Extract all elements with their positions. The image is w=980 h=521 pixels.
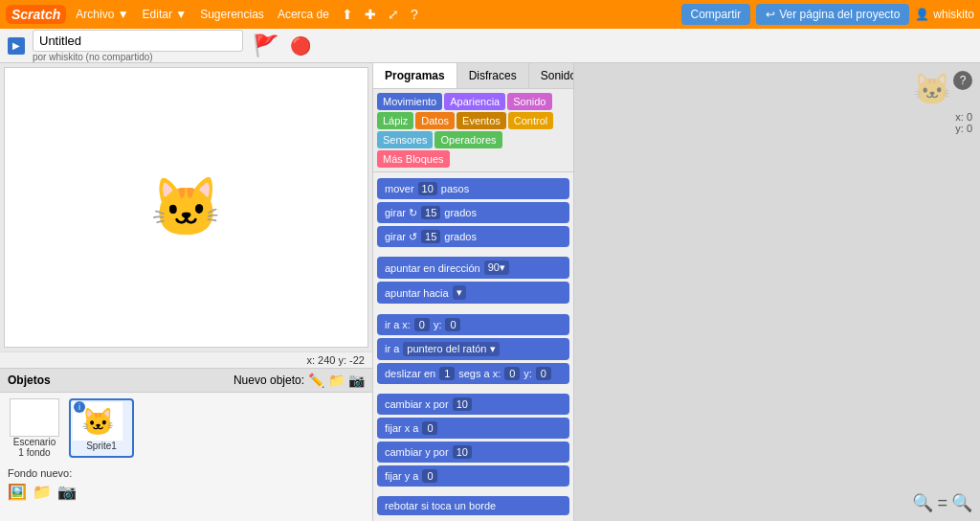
sprite1-thumbnail[interactable]: i 🐱 Sprite1	[69, 398, 134, 458]
fondo-folder-icon[interactable]: 📁	[33, 483, 52, 501]
green-flag-button[interactable]: 🚩	[251, 32, 280, 60]
secondbar: ▶ por whiskito (no compartido) 🚩 🔴	[0, 29, 980, 63]
block-ir-puntero[interactable]: ir a puntero del ratón ▾	[377, 338, 569, 360]
sprite-panel: Objetos Nuevo objeto: ✏️ 📁 📷 Escenario 1…	[0, 368, 372, 521]
cat-sprite: 🐱	[150, 173, 222, 241]
block-cambiar-y[interactable]: cambiar y por 10	[377, 442, 569, 463]
block-fijar-x[interactable]: fijar x a 0	[377, 418, 569, 439]
stage-thumb-img	[10, 398, 59, 437]
zoom-controls: 🔍 = 🔍	[912, 492, 972, 513]
sprite-panel-header: Objetos Nuevo objeto: ✏️ 📁 📷	[0, 369, 372, 393]
stop-button[interactable]: 🔴	[288, 34, 313, 58]
scratch-logo[interactable]: Scratch	[6, 5, 66, 24]
cat-apariencia[interactable]: Apariencia	[444, 93, 505, 110]
stage-canvas: 🐱	[4, 67, 368, 348]
sprite1-label: Sprite1	[73, 441, 130, 451]
sep1	[377, 250, 569, 254]
fondo-icons: 🖼️ 📁 📷	[0, 483, 372, 501]
topbar: Scratch Archivo ▼ Editar ▼ Sugerencias A…	[0, 0, 980, 29]
sep3	[377, 387, 569, 391]
cat-watermark: 🐱	[913, 71, 951, 107]
sprite-info-icon[interactable]: i	[74, 401, 85, 413]
project-title-input[interactable]	[33, 30, 243, 52]
menu-sugerencias[interactable]: Sugerencias	[196, 8, 268, 21]
tab-disfraces[interactable]: Disfraces	[457, 63, 529, 88]
block-deslizar[interactable]: deslizar en 1 segs a x: 0 y: 0	[377, 363, 569, 384]
tab-programas[interactable]: Programas	[373, 63, 457, 88]
project-subtitle: por whiskito (no compartido)	[33, 52, 243, 62]
new-sprite-controls: Nuevo objeto: ✏️ 📁 📷	[234, 373, 365, 388]
block-ir-xy[interactable]: ir a x: 0 y: 0	[377, 314, 569, 335]
scripts-canvas[interactable]: ? 🐱 x: 0 y: 0	[574, 63, 980, 521]
fondo-camera-icon[interactable]: 📷	[57, 483, 77, 501]
block-girar-cw[interactable]: girar ↻ 15 grados	[377, 202, 569, 223]
cat-sonido[interactable]: Sonido	[507, 93, 551, 110]
user-area[interactable]: 👤 whiskito	[915, 8, 974, 21]
sep2	[377, 306, 569, 310]
fullscreen-icon[interactable]: ⤢	[385, 7, 402, 22]
stage-label: Escenario	[6, 437, 63, 447]
username: whiskito	[933, 8, 974, 21]
block-girar-ccw[interactable]: girar ↺ 15 grados	[377, 226, 569, 247]
xy-display: x: 0 y: 0	[955, 111, 972, 134]
fondo-paint-icon[interactable]: 🖼️	[8, 483, 27, 501]
share-button[interactable]: Compartir	[681, 4, 751, 25]
objects-label: Objetos	[8, 374, 51, 387]
zoom-out-icon[interactable]: 🔍	[951, 492, 972, 513]
block-apuntar-dir[interactable]: apuntar en dirección 90▾	[377, 257, 569, 279]
blocks-list: mover 10 pasos girar ↻ 15 grados girar ↺…	[373, 172, 573, 521]
sep4	[377, 489, 569, 493]
help-button[interactable]: ?	[953, 71, 972, 90]
cat-datos[interactable]: Datos	[415, 112, 455, 129]
view-project-button[interactable]: ↩ Ver página del proyecto	[756, 4, 909, 25]
stage-area: 🐱 x: 240 y: -22 Objetos Nuevo objeto: ✏️…	[0, 63, 373, 521]
sprite-list: Escenario 1 fondo i 🐱 Sprite1	[0, 393, 372, 464]
block-apuntar-hacia[interactable]: apuntar hacia ▾	[377, 282, 569, 304]
new-sprite-label: Nuevo objeto:	[234, 374, 304, 387]
view-project-arrow: ↩	[766, 8, 775, 21]
user-avatar-icon: 👤	[915, 8, 929, 21]
scripts-area: ? 🐱 x: 0 y: 0 🔍 = 🔍	[574, 63, 980, 521]
stage-thumbnail[interactable]: Escenario 1 fondo	[6, 398, 63, 458]
block-fijar-y[interactable]: fijar y a 0	[377, 465, 569, 487]
block-cambiar-x[interactable]: cambiar x por 10	[377, 394, 569, 415]
upload-icon[interactable]: ⬆	[339, 7, 356, 22]
block-categories: Movimiento Apariencia Sonido Lápiz Datos…	[373, 89, 573, 172]
fondo-nuevo-label: Fondo nuevo:	[0, 464, 372, 483]
cat-control[interactable]: Control	[508, 112, 553, 129]
stage-icon: ▶	[8, 37, 25, 55]
tab-sonidos[interactable]: Sonidos	[529, 63, 574, 88]
block-rebotar[interactable]: rebotar si toca un borde	[377, 496, 569, 515]
stage-coords: x: 240 y: -22	[0, 351, 372, 368]
tabs: Programas Disfraces Sonidos	[373, 63, 573, 89]
block-mover[interactable]: mover 10 pasos	[377, 178, 569, 199]
cat-eventos[interactable]: Eventos	[457, 112, 506, 129]
camera-icon[interactable]: 📷	[348, 373, 365, 388]
cat-movimiento[interactable]: Movimiento	[377, 93, 442, 110]
zoom-in-icon[interactable]: 🔍	[912, 492, 933, 513]
help-top-icon[interactable]: ?	[408, 7, 421, 22]
add-icon[interactable]: ✚	[362, 7, 379, 22]
cat-operadores[interactable]: Operadores	[434, 131, 501, 148]
cat-lapiz[interactable]: Lápiz	[377, 112, 413, 129]
cat-mas-bloques[interactable]: Más Bloques	[377, 150, 450, 168]
stage-sublabel: 1 fondo	[6, 447, 63, 458]
folder-icon[interactable]: 📁	[328, 373, 345, 388]
blocks-panel: Programas Disfraces Sonidos Movimiento A…	[373, 63, 574, 521]
menu-archivo[interactable]: Archivo ▼	[72, 8, 132, 21]
cat-sensores[interactable]: Sensores	[377, 131, 433, 148]
zoom-equals-icon[interactable]: =	[937, 493, 947, 513]
menu-editar[interactable]: Editar ▼	[139, 8, 191, 21]
paint-icon[interactable]: ✏️	[308, 373, 324, 388]
main: 🐱 x: 240 y: -22 Objetos Nuevo objeto: ✏️…	[0, 63, 980, 521]
menu-acerca[interactable]: Acerca de	[274, 8, 333, 21]
